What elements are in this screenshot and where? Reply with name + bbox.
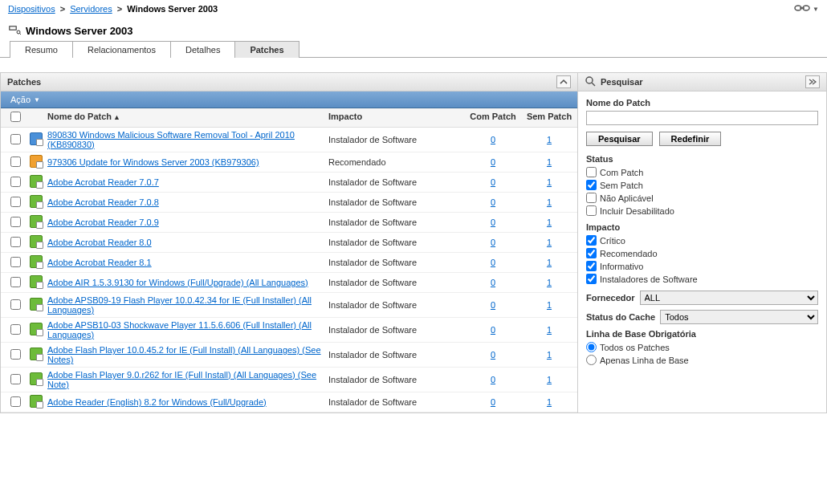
- with-patch-link[interactable]: 0: [491, 217, 495, 227]
- impact-value: Instalador de Software: [328, 135, 465, 144]
- patch-name-link[interactable]: Adobe Acrobat Reader 8.1: [47, 258, 152, 267]
- patch-name-link[interactable]: Adobe Acrobat Reader 7.0.9: [47, 217, 159, 227]
- breadcrumb-link[interactable]: Servidores: [70, 4, 112, 14]
- with-patch-link[interactable]: 0: [491, 258, 495, 267]
- patch-icon: [30, 175, 43, 188]
- without-patch-link[interactable]: 1: [547, 177, 552, 187]
- row-checkbox[interactable]: [10, 177, 21, 187]
- col-impact-header[interactable]: Impacto: [328, 112, 465, 124]
- tab-resumo[interactable]: Resumo: [10, 41, 73, 58]
- with-patch-link[interactable]: 0: [491, 325, 495, 335]
- without-patch-link[interactable]: 1: [547, 217, 552, 227]
- search-name-input[interactable]: [586, 111, 818, 125]
- link-chain-icon[interactable]: [793, 3, 811, 14]
- filter-radio[interactable]: [586, 342, 597, 352]
- row-checkbox[interactable]: [10, 197, 21, 207]
- impact-value: Instalador de Software: [328, 300, 465, 310]
- search-header: Pesquisar: [578, 73, 826, 91]
- row-checkbox[interactable]: [10, 217, 21, 227]
- without-patch-link[interactable]: 1: [547, 300, 552, 310]
- search-name-label: Nome do Patch: [586, 98, 818, 108]
- without-patch-link[interactable]: 1: [547, 197, 552, 207]
- impact-title: Impacto: [586, 222, 818, 232]
- reset-button[interactable]: Redefinir: [659, 132, 722, 146]
- row-checkbox[interactable]: [10, 237, 21, 247]
- search-button[interactable]: Pesquisar: [586, 132, 653, 146]
- tab-detalhes[interactable]: Detalhes: [170, 41, 235, 58]
- filter-checkbox[interactable]: [586, 248, 597, 258]
- patch-name-link[interactable]: Adobe Flash Player 9.0.r262 for IE (Full…: [47, 370, 316, 389]
- row-checkbox[interactable]: [10, 396, 21, 407]
- with-patch-link[interactable]: 0: [491, 300, 495, 310]
- tab-patches[interactable]: Patches: [234, 41, 299, 58]
- tab-relacionamentos[interactable]: Relacionamentos: [72, 41, 171, 58]
- with-patch-link[interactable]: 0: [491, 278, 495, 287]
- select-all-checkbox[interactable]: [10, 112, 21, 122]
- col-name-header[interactable]: Nome do Patch▲: [46, 112, 328, 124]
- without-patch-link[interactable]: 1: [547, 135, 552, 144]
- filter-radio[interactable]: [586, 355, 597, 365]
- without-patch-link[interactable]: 1: [547, 238, 552, 247]
- patch-name-link[interactable]: 890830 Windows Malicious Software Remova…: [47, 130, 295, 149]
- patch-name-link[interactable]: Adobe APSB10-03 Shockwave Player 11.5.6.…: [47, 320, 312, 339]
- patch-name-link[interactable]: Adobe Flash Player 10.0.45.2 for IE (Ful…: [47, 345, 321, 364]
- chevron-down-icon[interactable]: ▼: [813, 6, 819, 13]
- filter-checkbox[interactable]: [586, 167, 597, 177]
- svg-line-8: [592, 83, 595, 86]
- breadcrumb-link[interactable]: Dispositivos: [8, 4, 55, 14]
- without-patch-link[interactable]: 1: [547, 278, 552, 287]
- row-checkbox[interactable]: [10, 156, 21, 167]
- without-patch-link[interactable]: 1: [547, 397, 552, 407]
- row-checkbox[interactable]: [10, 134, 21, 144]
- impact-value: Recomendado: [328, 157, 465, 167]
- patch-name-link[interactable]: 979306 Update for Windows Server 2003 (K…: [47, 157, 259, 167]
- patch-name-link[interactable]: Adobe Acrobat Reader 8.0: [47, 238, 152, 247]
- with-patch-link[interactable]: 0: [491, 238, 495, 247]
- without-patch-link[interactable]: 1: [547, 258, 552, 267]
- patch-name-link[interactable]: Adobe APSB09-19 Flash Player 10.0.42.34 …: [47, 295, 312, 315]
- filter-option: Crítico: [586, 235, 818, 246]
- col-with-header[interactable]: Com Patch: [465, 112, 521, 124]
- col-without-header[interactable]: Sem Patch: [521, 112, 577, 124]
- without-patch-link[interactable]: 1: [547, 350, 552, 360]
- with-patch-link[interactable]: 0: [491, 135, 495, 144]
- filter-checkbox[interactable]: [586, 274, 597, 284]
- table-header: Nome do Patch▲ Impacto Com Patch Sem Pat…: [1, 108, 577, 128]
- patch-name-link[interactable]: Adobe Reader (English) 8.2 for Windows (…: [47, 397, 267, 407]
- impact-value: Instalador de Software: [328, 258, 465, 267]
- without-patch-link[interactable]: 1: [547, 157, 552, 167]
- with-patch-link[interactable]: 0: [491, 197, 495, 207]
- patch-icon: [30, 372, 43, 385]
- filter-checkbox[interactable]: [586, 235, 597, 246]
- with-patch-link[interactable]: 0: [491, 397, 495, 407]
- filter-checkbox[interactable]: [586, 180, 597, 190]
- row-checkbox[interactable]: [10, 374, 21, 384]
- row-checkbox[interactable]: [10, 349, 21, 360]
- filter-checkbox[interactable]: [586, 261, 597, 271]
- without-patch-link[interactable]: 1: [547, 325, 552, 335]
- patch-icon: [30, 255, 43, 268]
- vendor-select[interactable]: ALL: [640, 291, 818, 305]
- cache-select[interactable]: Todos: [660, 310, 818, 324]
- action-dropdown[interactable]: Ação: [10, 95, 31, 104]
- filter-checkbox[interactable]: [586, 205, 597, 216]
- status-title: Status: [586, 154, 818, 164]
- with-patch-link[interactable]: 0: [491, 375, 495, 384]
- with-patch-link[interactable]: 0: [491, 350, 495, 360]
- with-patch-link[interactable]: 0: [491, 157, 495, 167]
- action-bar: Ação ▼: [1, 91, 577, 108]
- row-checkbox[interactable]: [10, 277, 21, 287]
- expand-out-icon[interactable]: [805, 75, 820, 88]
- chevron-down-icon[interactable]: ▼: [34, 96, 40, 104]
- without-patch-link[interactable]: 1: [547, 375, 552, 384]
- row-checkbox[interactable]: [10, 257, 21, 267]
- impact-value: Instalador de Software: [328, 238, 465, 247]
- row-checkbox[interactable]: [10, 299, 21, 310]
- collapse-up-icon[interactable]: [556, 75, 571, 88]
- patch-name-link[interactable]: Adobe Acrobat Reader 7.0.7: [47, 177, 159, 187]
- patch-name-link[interactable]: Adobe AIR 1.5.3.9130 for Windows (Full/U…: [47, 278, 308, 287]
- with-patch-link[interactable]: 0: [491, 177, 495, 187]
- row-checkbox[interactable]: [10, 324, 21, 335]
- patch-name-link[interactable]: Adobe Acrobat Reader 7.0.8: [47, 197, 159, 207]
- filter-checkbox[interactable]: [586, 193, 597, 203]
